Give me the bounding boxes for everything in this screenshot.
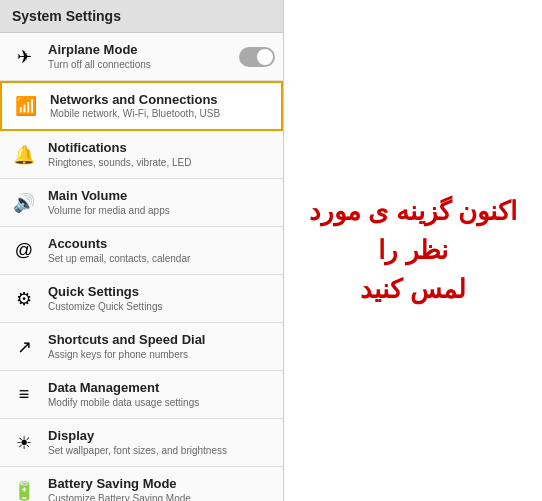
shortcuts-speed-dial-text: Shortcuts and Speed DialAssign keys for …	[48, 332, 275, 361]
main-volume-subtitle: Volume for media and apps	[48, 204, 275, 217]
settings-item-display[interactable]: ☀DisplaySet wallpaper, font sizes, and b…	[0, 419, 283, 467]
data-management-icon: ≡	[8, 379, 40, 411]
settings-item-networks-connections[interactable]: 📶Networks and ConnectionsMobile network,…	[0, 81, 283, 131]
accounts-subtitle: Set up email, contacts, calendar	[48, 252, 275, 265]
airplane-mode-toggle[interactable]	[239, 47, 275, 67]
settings-item-data-management[interactable]: ≡Data ManagementModify mobile data usage…	[0, 371, 283, 419]
networks-connections-text: Networks and ConnectionsMobile network, …	[50, 92, 273, 121]
accounts-icon: @	[8, 235, 40, 267]
main-volume-title: Main Volume	[48, 188, 275, 204]
right-panel: اکنون گزینه ی مورد نظر را لمس کنید	[284, 0, 542, 501]
settings-item-airplane-mode[interactable]: ✈Airplane ModeTurn off all connections	[0, 33, 283, 81]
airplane-mode-icon: ✈	[8, 41, 40, 73]
quick-settings-subtitle: Customize Quick Settings	[48, 300, 275, 313]
display-subtitle: Set wallpaper, font sizes, and brightnes…	[48, 444, 275, 457]
quick-settings-title: Quick Settings	[48, 284, 275, 300]
settings-item-battery-saving[interactable]: 🔋Battery Saving ModeCustomize Battery Sa…	[0, 467, 283, 501]
main-volume-icon: 🔊	[8, 187, 40, 219]
airplane-mode-text: Airplane ModeTurn off all connections	[48, 42, 235, 71]
networks-connections-subtitle: Mobile network, Wi-Fi, Bluetooth, USB	[50, 107, 273, 120]
shortcuts-speed-dial-title: Shortcuts and Speed Dial	[48, 332, 275, 348]
display-title: Display	[48, 428, 275, 444]
accounts-text: AccountsSet up email, contacts, calendar	[48, 236, 275, 265]
settings-item-notifications[interactable]: 🔔NotificationsRingtones, sounds, vibrate…	[0, 131, 283, 179]
data-management-title: Data Management	[48, 380, 275, 396]
data-management-text: Data ManagementModify mobile data usage …	[48, 380, 275, 409]
quick-settings-text: Quick SettingsCustomize Quick Settings	[48, 284, 275, 313]
settings-list: ✈Airplane ModeTurn off all connections📶N…	[0, 33, 283, 501]
notifications-subtitle: Ringtones, sounds, vibrate, LED	[48, 156, 275, 169]
shortcuts-speed-dial-icon: ↗	[8, 331, 40, 363]
battery-saving-subtitle: Customize Battery Saving Mode	[48, 492, 275, 501]
settings-item-main-volume[interactable]: 🔊Main VolumeVolume for media and apps	[0, 179, 283, 227]
battery-saving-title: Battery Saving Mode	[48, 476, 275, 492]
airplane-mode-title: Airplane Mode	[48, 42, 235, 58]
airplane-mode-subtitle: Turn off all connections	[48, 58, 235, 71]
notifications-text: NotificationsRingtones, sounds, vibrate,…	[48, 140, 275, 169]
networks-connections-title: Networks and Connections	[50, 92, 273, 108]
notifications-icon: 🔔	[8, 139, 40, 171]
panel-title: System Settings	[0, 0, 283, 33]
instruction-text: اکنون گزینه ی مورد نظر را لمس کنید	[304, 192, 522, 309]
quick-settings-icon: ⚙	[8, 283, 40, 315]
display-icon: ☀	[8, 427, 40, 459]
main-volume-text: Main VolumeVolume for media and apps	[48, 188, 275, 217]
left-panel: System Settings ✈Airplane ModeTurn off a…	[0, 0, 284, 501]
shortcuts-speed-dial-subtitle: Assign keys for phone numbers	[48, 348, 275, 361]
settings-item-accounts[interactable]: @AccountsSet up email, contacts, calenda…	[0, 227, 283, 275]
settings-item-quick-settings[interactable]: ⚙Quick SettingsCustomize Quick Settings	[0, 275, 283, 323]
battery-saving-icon: 🔋	[8, 475, 40, 502]
data-management-subtitle: Modify mobile data usage settings	[48, 396, 275, 409]
battery-saving-text: Battery Saving ModeCustomize Battery Sav…	[48, 476, 275, 501]
display-text: DisplaySet wallpaper, font sizes, and br…	[48, 428, 275, 457]
accounts-title: Accounts	[48, 236, 275, 252]
networks-connections-icon: 📶	[10, 90, 42, 122]
settings-item-shortcuts-speed-dial[interactable]: ↗Shortcuts and Speed DialAssign keys for…	[0, 323, 283, 371]
notifications-title: Notifications	[48, 140, 275, 156]
